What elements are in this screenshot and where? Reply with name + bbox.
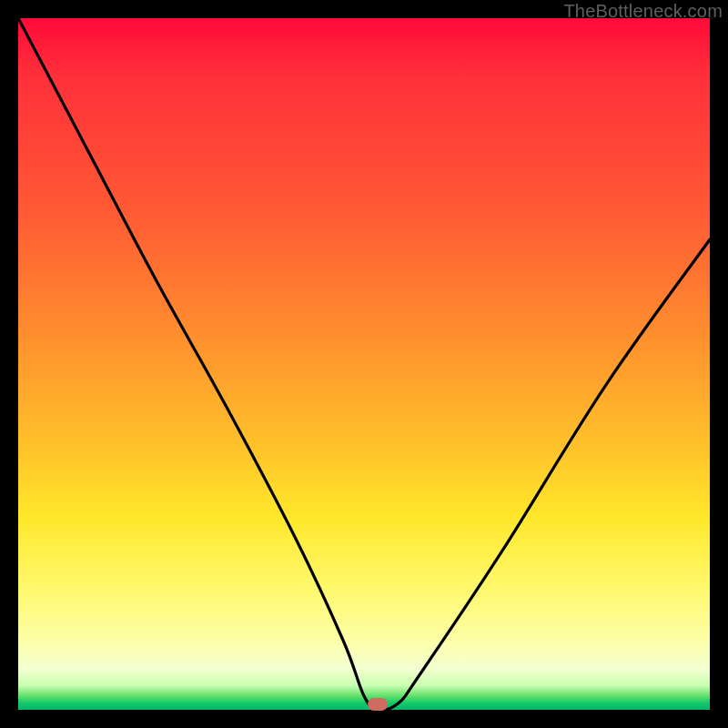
curve-svg xyxy=(18,18,710,710)
chart-frame: TheBottleneck.com xyxy=(0,0,728,728)
min-marker xyxy=(368,698,388,711)
bottleneck-curve-path xyxy=(18,18,710,710)
plot-area xyxy=(18,18,710,710)
